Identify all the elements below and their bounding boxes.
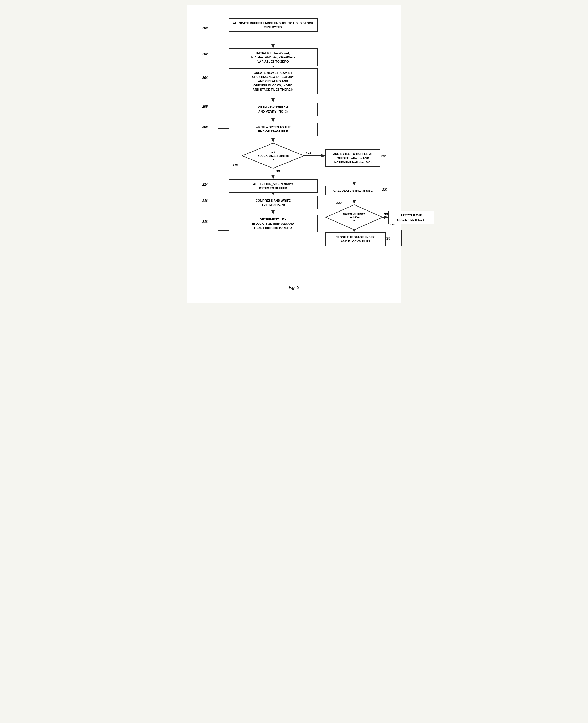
label-212: 212 xyxy=(380,154,386,158)
box-208: WRITE n BYTES TO THEEND OF STAGE FILE xyxy=(229,123,318,136)
box-200: ALLOCATE BUFFER LARGE ENOUGH TO HOLD BLO… xyxy=(229,18,318,32)
box-204: CREATE NEW STREAM BYCREATING NEW DIRECTO… xyxy=(229,68,318,94)
label-202: 202 xyxy=(202,52,208,56)
flowchart-diagram: 200 ALLOCATE BUFFER LARGE ENOUGH TO HOLD… xyxy=(192,13,396,280)
page: 200 ALLOCATE BUFFER LARGE ENOUGH TO HOLD… xyxy=(187,5,401,303)
box-216: COMPRESS AND WRITEBUFFER (FIG. 4) xyxy=(229,196,318,209)
label-208: 208 xyxy=(202,125,208,129)
box-220: CALCULATE STREAM SIZE xyxy=(326,186,380,195)
figure-caption: Fig. 2 xyxy=(192,285,396,290)
label-216: 216 xyxy=(202,199,208,203)
yes-label-210: YES xyxy=(306,151,312,154)
label-218: 218 xyxy=(202,220,208,224)
box-214: ADD BLOCK_SIZE-bufIndexBYTES TO BUFFER xyxy=(229,179,318,193)
box-206: OPEN NEW STREAMAND VERIFY (FIG. 3) xyxy=(229,103,318,116)
no-label-210: NO xyxy=(276,170,280,173)
label-214: 214 xyxy=(202,183,208,186)
label-204: 204 xyxy=(202,76,208,80)
box-202: INITIALIZE blockCount,bufIndex, AND stag… xyxy=(229,48,318,66)
label-210: 210 xyxy=(232,164,238,167)
box-224: RECYCLE THESTAGE FILE (FIG. 5) xyxy=(388,211,434,224)
label-206: 206 xyxy=(202,105,208,108)
label-226: 226 xyxy=(385,237,390,240)
label-220: 220 xyxy=(382,188,387,192)
box-218: DECREMENT n BY(BLOCK_SIZE-bufIndex) ANDR… xyxy=(229,215,318,232)
box-212: ADD BYTES TO BUFFER ATOFFSET bufIndex AN… xyxy=(326,149,380,167)
diamond-210: n ≤BLOCK_SIZE-bufIndex? xyxy=(241,143,304,169)
box-226: CLOSE THE STAGE, INDEX,AND BLOCKS FILES xyxy=(326,232,386,246)
diamond-222: stageStartBlock= blockCount? xyxy=(326,204,383,230)
label-200: 200 xyxy=(202,26,208,30)
no-label-222: NO xyxy=(384,213,388,216)
